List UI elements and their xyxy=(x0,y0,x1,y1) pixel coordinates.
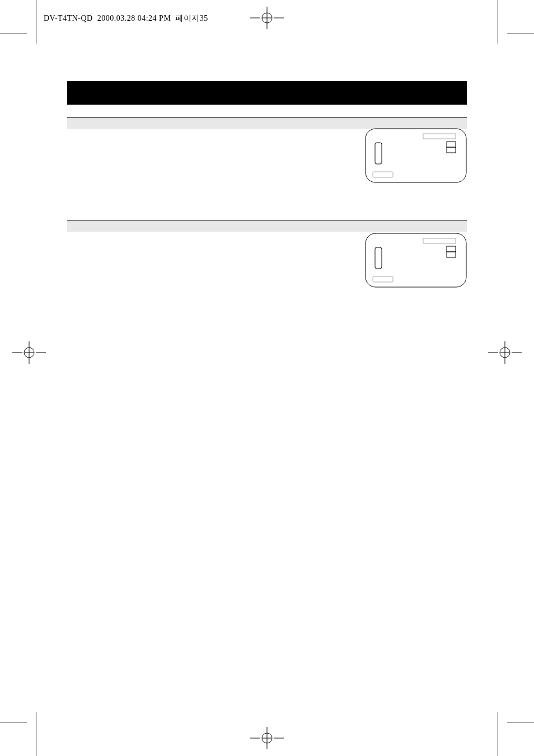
schematic-diagram-icon xyxy=(365,128,467,183)
registration-mark-icon xyxy=(250,727,284,749)
section-2 xyxy=(67,220,467,232)
svg-rect-29 xyxy=(423,134,456,139)
document-header: DV-T4TN-QD 2000.03.28 04:24 PM 페이지35 xyxy=(44,13,208,24)
section-subheader xyxy=(67,118,467,129)
registration-mark-icon xyxy=(12,341,46,364)
svg-rect-38 xyxy=(375,247,382,269)
svg-rect-31 xyxy=(447,147,456,153)
svg-rect-36 xyxy=(447,246,456,252)
crop-mark xyxy=(498,712,498,756)
crop-mark xyxy=(0,34,27,34)
crop-mark xyxy=(36,712,36,756)
crop-mark xyxy=(36,0,36,44)
section-1 xyxy=(67,117,467,129)
section-subheader xyxy=(67,220,467,232)
crop-mark xyxy=(0,722,27,722)
svg-rect-39 xyxy=(373,276,393,282)
svg-rect-34 xyxy=(366,233,466,287)
svg-rect-32 xyxy=(375,143,382,164)
crop-mark xyxy=(507,722,534,722)
doc-id: DV-T4TN-QD xyxy=(44,14,93,22)
svg-rect-37 xyxy=(447,252,456,257)
page-label: 페이지35 xyxy=(175,14,208,22)
registration-mark-icon xyxy=(488,341,522,364)
registration-mark-icon xyxy=(250,7,284,29)
crop-mark xyxy=(498,0,498,44)
svg-rect-28 xyxy=(366,129,466,182)
schematic-diagram-icon xyxy=(365,233,467,288)
svg-rect-35 xyxy=(423,238,456,243)
svg-rect-30 xyxy=(447,142,456,147)
timestamp: 2000.03.28 04:24 PM xyxy=(97,14,171,22)
crop-mark xyxy=(507,34,534,34)
svg-rect-33 xyxy=(373,172,393,177)
title-bar xyxy=(67,81,467,105)
page-content xyxy=(67,81,467,232)
